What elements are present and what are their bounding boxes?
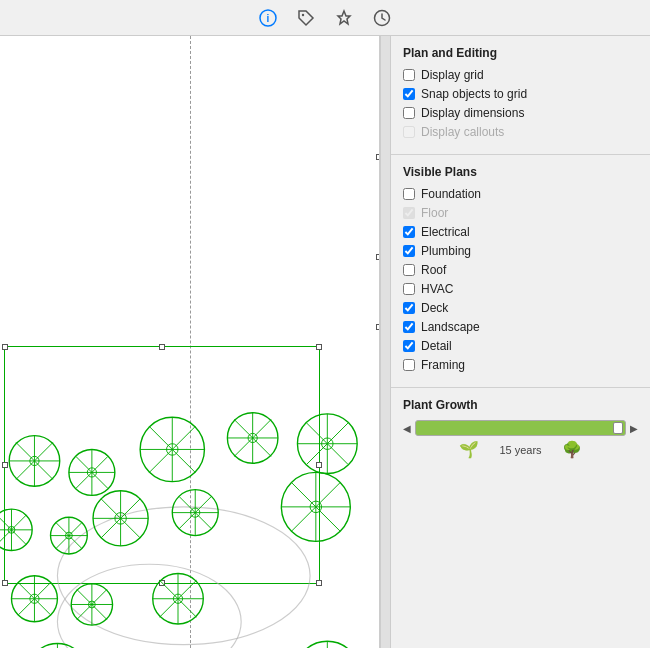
plan-editing-section: Plan and Editing Display grid Snap objec… bbox=[391, 36, 650, 155]
electrical-label: Electrical bbox=[421, 225, 470, 239]
plant-years-row: 🌱 15 years 🌳 bbox=[403, 440, 638, 459]
foundation-row: Foundation bbox=[403, 187, 638, 201]
display-dimensions-label: Display dimensions bbox=[421, 106, 524, 120]
display-grid-label: Display grid bbox=[421, 68, 484, 82]
slider-left-arrow[interactable]: ◀ bbox=[403, 423, 411, 434]
snap-objects-checkbox[interactable] bbox=[403, 88, 415, 100]
vertical-scrollbar[interactable] bbox=[380, 36, 390, 648]
snap-objects-label: Snap objects to grid bbox=[421, 87, 527, 101]
visible-plans-section: Visible Plans Foundation Floor Electrica… bbox=[391, 155, 650, 388]
info-icon[interactable]: i bbox=[258, 8, 278, 28]
roof-checkbox[interactable] bbox=[403, 264, 415, 276]
pin-icon[interactable] bbox=[334, 8, 354, 28]
display-grid-row: Display grid bbox=[403, 68, 638, 82]
display-dimensions-row: Display dimensions bbox=[403, 106, 638, 120]
plant-slider-thumb[interactable] bbox=[613, 422, 623, 434]
plant-slider-container: ◀ ▶ bbox=[403, 420, 638, 436]
plumbing-checkbox[interactable] bbox=[403, 245, 415, 257]
roof-label: Roof bbox=[421, 263, 446, 277]
electrical-checkbox[interactable] bbox=[403, 226, 415, 238]
detail-row: Detail bbox=[403, 339, 638, 353]
svg-point-5 bbox=[57, 564, 241, 648]
framing-checkbox[interactable] bbox=[403, 359, 415, 371]
framing-row: Framing bbox=[403, 358, 638, 372]
floor-checkbox[interactable] bbox=[403, 207, 415, 219]
plant-growth-section: Plant Growth ◀ ▶ 🌱 15 years 🌳 bbox=[391, 388, 650, 469]
tag-icon[interactable] bbox=[296, 8, 316, 28]
plan-editing-title: Plan and Editing bbox=[403, 46, 638, 60]
hvac-label: HVAC bbox=[421, 282, 453, 296]
svg-point-2 bbox=[302, 13, 304, 15]
display-grid-checkbox[interactable] bbox=[403, 69, 415, 81]
plumbing-row: Plumbing bbox=[403, 244, 638, 258]
main-content: Plan and Editing Display grid Snap objec… bbox=[0, 36, 650, 648]
framing-label: Framing bbox=[421, 358, 465, 372]
floor-row: Floor bbox=[403, 206, 638, 220]
landscape-label: Landscape bbox=[421, 320, 480, 334]
clock-icon[interactable] bbox=[372, 8, 392, 28]
deck-row: Deck bbox=[403, 301, 638, 315]
deck-checkbox[interactable] bbox=[403, 302, 415, 314]
foundation-label: Foundation bbox=[421, 187, 481, 201]
toolbar: i bbox=[0, 0, 650, 36]
large-tree-icon: 🌳 bbox=[562, 440, 582, 459]
floor-label: Floor bbox=[421, 206, 448, 220]
detail-checkbox[interactable] bbox=[403, 340, 415, 352]
svg-text:i: i bbox=[267, 13, 270, 24]
hvac-row: HVAC bbox=[403, 282, 638, 296]
landscape-checkbox[interactable] bbox=[403, 321, 415, 333]
display-callouts-row: Display callouts bbox=[403, 125, 638, 139]
right-panel: Plan and Editing Display grid Snap objec… bbox=[390, 36, 650, 648]
plumbing-label: Plumbing bbox=[421, 244, 471, 258]
tree-1 bbox=[9, 436, 60, 487]
detail-label: Detail bbox=[421, 339, 452, 353]
app-container: i bbox=[0, 0, 650, 648]
canvas-area[interactable] bbox=[0, 36, 380, 648]
deck-label: Deck bbox=[421, 301, 448, 315]
hvac-checkbox[interactable] bbox=[403, 283, 415, 295]
display-callouts-checkbox[interactable] bbox=[403, 126, 415, 138]
landscape-row: Landscape bbox=[403, 320, 638, 334]
plants-svg bbox=[0, 36, 379, 648]
electrical-row: Electrical bbox=[403, 225, 638, 239]
plant-years-label: 15 years bbox=[499, 444, 541, 456]
snap-objects-row: Snap objects to grid bbox=[403, 87, 638, 101]
display-dimensions-checkbox[interactable] bbox=[403, 107, 415, 119]
display-callouts-label: Display callouts bbox=[421, 125, 504, 139]
plant-slider-track[interactable] bbox=[415, 420, 626, 436]
small-tree-icon: 🌱 bbox=[459, 440, 479, 459]
foundation-checkbox[interactable] bbox=[403, 188, 415, 200]
visible-plans-title: Visible Plans bbox=[403, 165, 638, 179]
roof-row: Roof bbox=[403, 263, 638, 277]
plant-growth-title: Plant Growth bbox=[403, 398, 638, 412]
slider-right-arrow[interactable]: ▶ bbox=[630, 423, 638, 434]
